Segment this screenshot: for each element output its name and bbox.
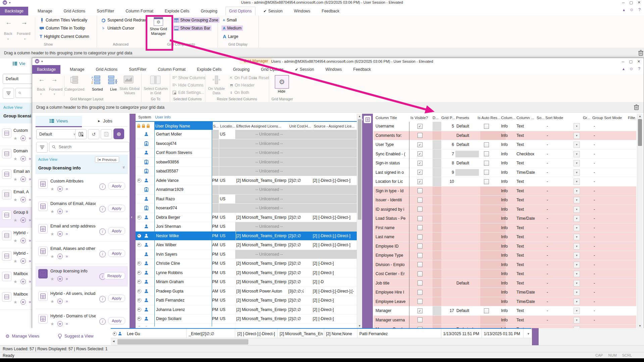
apply-view-button[interactable]: Apply (108, 250, 125, 257)
back-icon[interactable]: ← (5, 19, 12, 25)
user-display-name-cell[interactable]: Christie Cline (154, 259, 213, 268)
ribbon-tab[interactable]: ✔Session (260, 7, 286, 15)
is-visible-checkbox[interactable] (417, 235, 423, 240)
gm-column-header[interactable]: Column Title (376, 114, 409, 122)
undo-button[interactable]: ↺ (88, 129, 99, 139)
ribbon-tab[interactable]: ✔Manage (66, 65, 88, 74)
hide-grid-manager-button[interactable]: ⚙ (275, 75, 289, 89)
gm-column-header[interactable]: Colum... (501, 114, 516, 122)
gm-column-title-cell[interactable]: Last name (376, 232, 410, 242)
s-cell[interactable]: PM (212, 259, 219, 268)
font-small-button[interactable]: ASmall (221, 17, 238, 23)
user-display-name-cell[interactable]: Patti Fernandez (154, 296, 213, 305)
source-cell[interactable]: [2] [-Direct-] (313, 296, 356, 305)
column-info-cell[interactable]: Info (501, 214, 516, 223)
group-sort-mode-cell[interactable]: - (594, 306, 604, 315)
sort-mode-cell[interactable]: - (547, 288, 557, 297)
outer-view-card[interactable]: Mailbox ★ w » (0, 289, 32, 310)
view-card[interactable]: Email and smtp addresses ★ w » i Apply (36, 221, 128, 242)
preset-cell[interactable] (456, 288, 480, 297)
preset-cell[interactable] (456, 168, 480, 177)
ribbon-tab[interactable]: ✔Grid Actions (60, 7, 89, 15)
s-cell[interactable]: AM (212, 287, 219, 296)
apply-view-button[interactable]: Apply (108, 295, 125, 302)
favorite-star-icon[interactable]: ★ (13, 259, 17, 264)
sort-mode-cell[interactable]: - (547, 205, 557, 214)
group-sort-mode-cell[interactable]: - (594, 269, 604, 278)
is-visible-checkbox[interactable] (417, 188, 423, 193)
user-display-name-cell[interactable]: Conf Room Stevens (154, 148, 213, 157)
s-cell[interactable]: PM (212, 176, 219, 185)
location-cell[interactable]: US (219, 305, 236, 314)
user-grid-row[interactable]: Pradeep Gupta AM US [3] Microsoft Power … (136, 287, 357, 296)
is-visible-checkbox[interactable] (417, 271, 423, 276)
source-cell[interactable]: [2] [-Direct-];[-Direct-] (313, 176, 356, 185)
categorized-label[interactable]: Categorized (64, 87, 84, 91)
outer-filter-button[interactable] (3, 88, 14, 99)
group-sort-mode-cell[interactable]: - (594, 150, 604, 159)
column-info-cell[interactable]: Info (501, 187, 516, 196)
is-visible-checkbox[interactable] (417, 170, 423, 175)
grid-manager-row[interactable]: Issuer - Identiti Info Text - ▼ - (374, 196, 636, 205)
live-label[interactable]: Live (110, 87, 117, 91)
view-card[interactable]: Hybrid - Domains of Username an... ★ w »… (36, 311, 128, 328)
back-label[interactable]: Back (4, 32, 12, 36)
unit-cost-cell[interactable]: [2]∅;∅ (288, 314, 304, 323)
views-panel-collapse-strip[interactable]: ‹ (130, 114, 136, 328)
is-visible-checkbox[interactable] (417, 161, 423, 166)
user-display-name-cell[interactable]: Isaiah Langer (154, 324, 213, 327)
location-cell[interactable] (219, 158, 236, 167)
is-auto-resize-checkbox[interactable] (484, 161, 489, 166)
favorite-star-icon[interactable]: ★ (50, 254, 54, 259)
user-display-name-cell[interactable]: Miriam Graham (154, 277, 213, 287)
info-icon[interactable]: i (99, 318, 106, 325)
location-cell[interactable] (219, 148, 236, 157)
source-cell[interactable]: [2] [-Direct-];[-Direct-] (313, 213, 356, 222)
save-view-button[interactable] (101, 129, 112, 139)
is-visible-checkbox[interactable] (417, 299, 423, 304)
sort-mode-dropdown[interactable]: ▼ (574, 252, 580, 259)
hide-columns-button[interactable]: Hide Columns (171, 83, 205, 88)
s-cell[interactable] (212, 185, 219, 194)
grid-position-cell[interactable]: 10 (441, 177, 454, 186)
s-cell[interactable] (212, 148, 219, 157)
outer-search-input[interactable] (15, 88, 32, 98)
column-type-cell[interactable]: Text (516, 177, 537, 186)
forward-icon[interactable]: → (21, 19, 28, 25)
group-sort-mode-cell[interactable]: - (594, 205, 604, 214)
ribbon-tab[interactable]: ✔Backstage (32, 65, 60, 74)
compare-views-button[interactable] (75, 129, 87, 139)
sort-mode-dropdown[interactable]: ▼ (574, 142, 580, 148)
ribbon-tab[interactable]: ✔Grid Actions (92, 65, 121, 74)
highlight-current-column-button[interactable]: T Highlight Current Column (38, 34, 91, 39)
location-cell[interactable]: US (219, 176, 236, 185)
unit-cost-cell[interactable]: [2]∅;∅ (288, 231, 304, 241)
is-visible-checkbox[interactable] (417, 179, 423, 184)
unit-cost-cell[interactable]: [3]∅;∅;∅ (288, 287, 304, 296)
is-visible-checkbox[interactable] (417, 225, 423, 230)
user-grid-row[interactable]: Lynne Robbins PM US [2] Microsoft_Teams_… (136, 268, 357, 278)
sort-mode-dropdown[interactable]: ▼ (574, 178, 580, 185)
sort-mode-dropdown[interactable]: ▼ (574, 234, 580, 240)
group-sort-mode-cell[interactable]: - (594, 251, 604, 260)
column-info-cell[interactable]: Info (501, 177, 516, 186)
forward-caret-icon[interactable]: ▾ (24, 38, 26, 41)
preset-cell[interactable]: Default (456, 306, 480, 315)
s-cell[interactable]: PM (212, 268, 219, 277)
gm-column-header[interactable]: Sort Mode (545, 114, 582, 122)
outer-view-card[interactable]: Group li ★ w » (0, 207, 32, 228)
is-auto-resize-checkbox[interactable] (484, 179, 489, 184)
is-visible-checkbox[interactable] (417, 216, 423, 221)
suspend-grid-redraw-button[interactable]: Suspend Grid Redraw (100, 17, 148, 23)
ribbon-tab[interactable]: ✔Grid Options (226, 7, 255, 15)
suggest-a-view-button[interactable]: Suggest a View (58, 333, 94, 339)
sort-mode-dropdown[interactable]: ▼ (574, 169, 580, 176)
live-icon[interactable] (108, 75, 118, 84)
user-grid-row[interactable]: Isaiah Langer PM US [2] Microsoft_Teams_… (136, 324, 357, 327)
stats-global-values-label[interactable]: Stats Global Values (119, 87, 140, 95)
preset-cell[interactable] (456, 196, 480, 205)
column-type-cell[interactable]: Checkbox (516, 150, 537, 159)
hide-label[interactable]: Hide (275, 89, 288, 93)
source-cell[interactable]: [2] [-Direct-] (313, 324, 356, 327)
group-sort-mode-cell[interactable]: - (594, 279, 604, 288)
